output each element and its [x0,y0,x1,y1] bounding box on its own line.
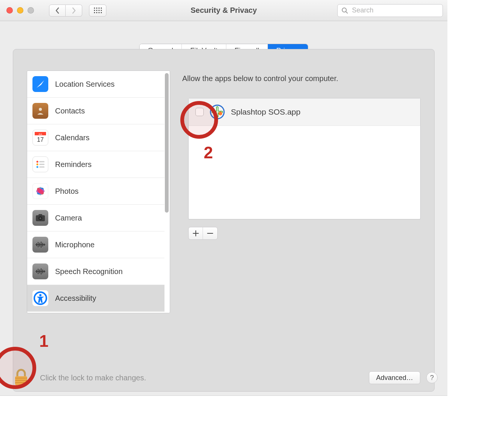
page-whitespace [0,396,447,432]
sidebar-item-label: Reminders [55,160,92,169]
speech-icon [32,263,48,279]
advanced-button[interactable]: Advanced… [369,371,420,384]
sidebar-item-reminders[interactable]: Reminders [27,151,164,178]
add-remove-controls [188,227,218,240]
sidebar-item-label: Calendars [55,133,89,142]
location-icon [32,76,48,92]
photos-icon [32,183,48,199]
sidebar-item-label: Location Services [55,80,115,89]
titlebar: Security & Privacy [0,0,447,21]
app-checkbox[interactable] [195,108,204,116]
sidebar-item-microphone[interactable]: Microphone [27,231,164,258]
sidebar-item-location[interactable]: Location Services [27,71,164,98]
svg-rect-7 [39,161,45,162]
app-name: Splashtop SOS.app [231,107,300,116]
footer: Click the lock to make changes. Advanced… [0,365,447,391]
microphone-icon [32,237,48,253]
lock-message: Click the lock to make changes. [40,374,146,382]
camera-icon [32,210,48,226]
sidebar-item-contacts[interactable]: Contacts [27,98,164,124]
scrollbar[interactable] [165,73,169,213]
contacts-icon [32,103,48,119]
search-icon [341,7,348,14]
svg-text:JUL: JUL [38,133,43,135]
grid-icon [94,8,102,13]
sidebar-item-label: Camera [55,214,82,222]
svg-point-26 [39,294,41,296]
back-button[interactable] [49,5,66,17]
svg-point-10 [37,166,38,168]
show-all-button[interactable] [89,5,106,17]
privacy-category-list[interactable]: Location Services Contacts JUL17 Calenda… [27,70,170,313]
sidebar-item-label: Accessibility [55,294,96,303]
prompt-text: Allow the apps below to control your com… [182,74,421,83]
nav-buttons [49,5,82,17]
search-input[interactable] [351,6,440,15]
sidebar-item-label: Photos [55,187,78,196]
svg-text:17: 17 [37,136,44,143]
search-field[interactable] [337,4,443,17]
forward-button[interactable] [66,5,82,17]
chevron-left-icon [55,7,60,14]
calendar-icon: JUL17 [32,130,48,146]
lock-button[interactable] [12,369,30,387]
app-icon [210,104,225,119]
plus-icon [193,230,199,236]
sidebar-item-label: Contacts [55,107,85,115]
sidebar-item-label: Speech Recognition [55,267,123,276]
svg-rect-23 [38,214,42,216]
preferences-window: Security & Privacy General FileVault Fir… [0,0,447,396]
reminders-icon [32,156,48,172]
close-window-button[interactable] [6,7,13,14]
minus-icon [207,230,213,236]
sidebar-item-photos[interactable]: Photos [27,178,164,205]
svg-line-1 [346,12,347,13]
accessibility-apps-pane: Allow the apps below to control your com… [180,70,421,313]
svg-point-2 [39,108,42,111]
sidebar-item-label: Microphone [55,241,95,249]
sidebar-item-calendars[interactable]: JUL17 Calendars [27,124,164,151]
lock-icon [13,369,29,387]
help-button[interactable]: ? [426,372,438,383]
svg-rect-9 [39,164,45,165]
sidebar-item-camera[interactable]: Camera [27,205,164,231]
svg-point-22 [40,218,41,219]
zoom-window-button[interactable] [28,7,34,14]
svg-point-28 [218,112,222,115]
svg-point-6 [37,161,38,163]
privacy-panel: Location Services Contacts JUL17 Calenda… [13,49,435,392]
remove-app-button[interactable] [203,227,217,239]
svg-rect-32 [15,382,27,383]
svg-rect-11 [39,167,45,168]
sidebar-item-speech[interactable]: Speech Recognition [27,258,164,285]
chevron-right-icon [72,7,76,14]
svg-rect-31 [15,380,27,381]
minimize-window-button[interactable] [17,7,23,14]
window-controls [6,7,34,14]
app-row[interactable]: Splashtop SOS.app [189,98,420,126]
app-list[interactable]: Splashtop SOS.app [188,98,421,219]
add-app-button[interactable] [189,227,203,239]
svg-rect-30 [15,378,27,378]
sidebar-item-accessibility[interactable]: Accessibility [27,285,164,312]
svg-point-8 [37,164,38,165]
accessibility-icon [32,290,48,306]
